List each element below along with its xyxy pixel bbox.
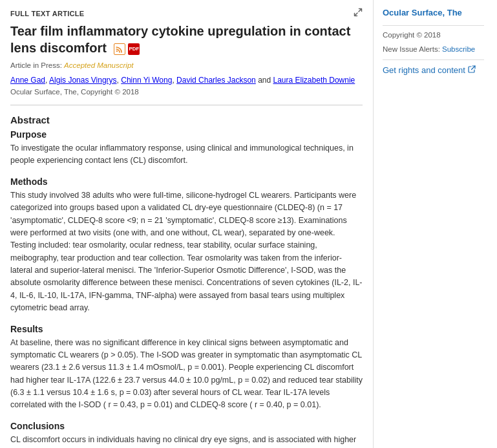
conclusions-heading: Conclusions <box>10 421 363 431</box>
sidebar-journal-title[interactable]: Ocular Surface, The <box>383 8 484 19</box>
external-link-icon <box>468 65 476 74</box>
author-laura[interactable]: Laura Elizabeth Downie <box>273 76 355 85</box>
author-david[interactable]: David Charles Jackson <box>176 76 256 85</box>
authors-list: Anne Gad, Algis Jonas Vingrys, Chinn Yi … <box>10 74 363 86</box>
alerts-label: New Issue Alerts: <box>383 45 440 53</box>
methods-text: This study involved 38 adults who were f… <box>10 189 363 315</box>
svg-rect-0 <box>116 50 118 52</box>
results-heading: Results <box>10 324 363 334</box>
sidebar-divider-1 <box>383 25 484 26</box>
sidebar-journal-link[interactable]: Ocular Surface, The <box>383 8 462 17</box>
conclusions-text: CL discomfort occurs in individuals havi… <box>10 434 363 448</box>
pdf-icon[interactable]: PDF <box>128 43 140 55</box>
rss-icon[interactable] <box>114 43 125 55</box>
article-type-label: FULL TEXT ARTICLE <box>10 10 84 17</box>
journal-info: Ocular Surface, The, Copyright © 2018 <box>10 88 363 96</box>
abstract-label: Abstract <box>10 114 363 125</box>
purpose-text: To investigate the ocular inflammatory r… <box>10 142 363 167</box>
subscribe-link[interactable]: Subscribe <box>442 45 475 53</box>
author-anne-gad[interactable]: Anne Gad <box>10 76 45 85</box>
expand-icon[interactable] <box>354 8 363 19</box>
main-content: FULL TEXT ARTICLE Tear film inflammatory… <box>0 0 374 448</box>
sidebar-copyright: Copyright © 2018 <box>383 31 484 39</box>
get-rights-label: Get rights and content <box>383 65 465 75</box>
main-divider <box>10 105 363 105</box>
sidebar: Ocular Surface, The Copyright © 2018 New… <box>374 0 493 448</box>
purpose-heading: Purpose <box>10 129 363 140</box>
article-title: Tear film inflammatory cytokine upregula… <box>10 23 363 56</box>
title-icons: PDF <box>114 43 140 55</box>
article-status: Article in Press: Accepted Manuscript <box>10 61 363 69</box>
get-rights-link[interactable]: Get rights and content <box>383 65 484 75</box>
results-text: At baseline, there was no significant di… <box>10 337 363 412</box>
sidebar-alerts: New Issue Alerts: Subscribe <box>383 45 484 53</box>
methods-heading: Methods <box>10 176 363 187</box>
sidebar-divider-2 <box>383 59 484 60</box>
author-algis[interactable]: Algis Jonas Vingrys <box>49 76 117 85</box>
author-chinn[interactable]: Chinn Yi Wong <box>121 76 172 85</box>
